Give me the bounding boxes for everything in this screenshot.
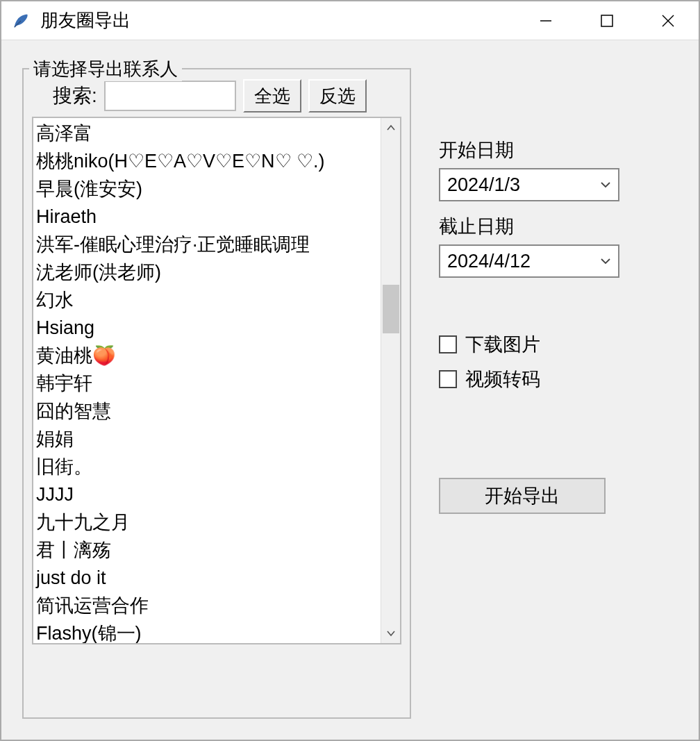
group-legend: 请选择导出联系人 — [29, 57, 182, 81]
download-images-checkbox[interactable] — [439, 335, 457, 353]
list-item[interactable]: 黄油桃🍑 — [36, 342, 378, 369]
options-panel: 开始日期 2024/1/3 截止日期 2024/4/12 下载图片 — [439, 68, 661, 719]
invert-selection-button[interactable]: 反选 — [308, 79, 367, 113]
window-controls — [515, 1, 699, 40]
end-date-label: 截止日期 — [439, 214, 661, 239]
list-item[interactable]: Flashy(锦一) — [36, 619, 378, 643]
close-button[interactable] — [638, 1, 699, 40]
search-row: 搜索: 全选 反选 — [32, 79, 401, 113]
list-item[interactable]: 娟娟 — [36, 425, 378, 453]
start-date-label: 开始日期 — [439, 138, 661, 163]
list-item[interactable]: Hiraeth — [36, 203, 378, 231]
end-date-select[interactable]: 2024/4/12 — [439, 244, 619, 278]
titlebar: 朋友圈导出 — [1, 1, 699, 40]
search-input[interactable] — [104, 81, 236, 111]
list-item[interactable]: 旧街。 — [36, 453, 378, 481]
list-item[interactable]: 简讯运营合作 — [36, 592, 378, 619]
client-area: 请选择导出联系人 搜索: 全选 反选 高泽富桃桃niko(H♡E♡A♡V♡E♡N… — [1, 40, 699, 740]
video-transcode-label: 视频转码 — [465, 367, 540, 392]
list-item[interactable]: 九十九之月 — [36, 508, 378, 536]
feather-icon — [11, 11, 31, 31]
scrollbar[interactable] — [381, 118, 400, 643]
svg-rect-1 — [601, 15, 612, 26]
scroll-down-icon[interactable] — [381, 624, 400, 643]
search-label: 搜索: — [53, 83, 97, 109]
contacts-listbox[interactable]: 高泽富桃桃niko(H♡E♡A♡V♡E♡N♡ ♡.)早晨(淮安安)Hiraeth… — [32, 117, 401, 644]
contacts-groupbox: 请选择导出联系人 搜索: 全选 反选 高泽富桃桃niko(H♡E♡A♡V♡E♡N… — [22, 68, 411, 719]
select-all-button[interactable]: 全选 — [243, 79, 301, 113]
maximize-button[interactable] — [576, 1, 638, 40]
chevron-down-icon — [600, 254, 611, 269]
list-item[interactable]: JJJJ — [36, 481, 378, 508]
chevron-down-icon — [600, 178, 611, 192]
start-date-select[interactable]: 2024/1/3 — [439, 168, 619, 201]
window-title: 朋友圈导出 — [40, 8, 515, 33]
list-item[interactable]: 幻水 — [36, 286, 378, 314]
list-item[interactable]: 韩宇轩 — [36, 369, 378, 397]
end-date-value: 2024/4/12 — [447, 251, 531, 272]
list-item[interactable]: Hsiang — [36, 314, 378, 342]
list-item[interactable]: 君丨漓殇 — [36, 536, 378, 564]
list-item[interactable]: 洪军-催眠心理治疗·正觉睡眠调理 — [36, 231, 378, 258]
list-item[interactable]: 囧的智慧 — [36, 397, 378, 425]
video-transcode-row: 视频转码 — [439, 367, 661, 392]
start-export-button[interactable]: 开始导出 — [439, 478, 606, 514]
scroll-thumb[interactable] — [383, 285, 399, 333]
app-window: 朋友圈导出 请选择导出联系人 搜索: 全选 反选 高泽富桃桃niko(H♡E♡A… — [0, 0, 700, 741]
video-transcode-checkbox[interactable] — [439, 370, 457, 388]
list-item[interactable]: 沋老师(洪老师) — [36, 258, 378, 286]
list-item[interactable]: 早晨(淮安安) — [36, 175, 378, 203]
list-item[interactable]: 高泽富 — [36, 119, 378, 147]
list-item[interactable]: 桃桃niko(H♡E♡A♡V♡E♡N♡ ♡.) — [36, 147, 378, 175]
list-item[interactable]: just do it — [36, 564, 378, 592]
download-images-row: 下载图片 — [439, 332, 661, 357]
minimize-button[interactable] — [515, 1, 576, 40]
scroll-up-icon[interactable] — [381, 118, 400, 138]
start-date-value: 2024/1/3 — [447, 174, 520, 196]
download-images-label: 下载图片 — [465, 332, 540, 357]
